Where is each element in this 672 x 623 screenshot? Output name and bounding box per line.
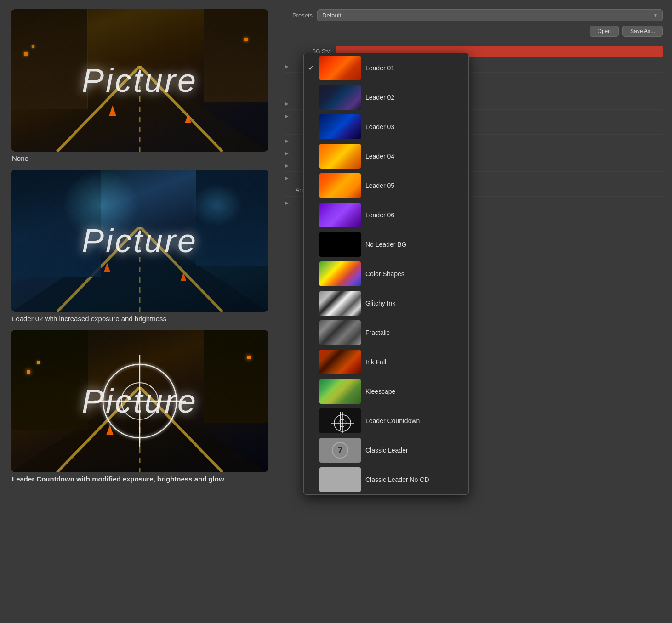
disclosure-arrow-texture[interactable]: ▶ <box>285 138 289 143</box>
btn-row: Open Save As... <box>285 26 663 37</box>
dropdown-item-kleescape[interactable]: Kleescape <box>304 377 468 406</box>
item-label-no-leader: No Leader BG <box>365 241 465 248</box>
thumb-leader02 <box>319 85 361 110</box>
preview-image-countdown: Picture <box>11 330 268 472</box>
dropdown-item-leader02[interactable]: Leader 02 <box>304 83 468 112</box>
item-label-classic-no-cd: Classic Leader No CD <box>365 476 465 483</box>
thumb-leader05 <box>319 173 361 198</box>
presets-label: Presets <box>285 12 313 19</box>
disclosure-arrow-motionblur[interactable]: ▶ <box>285 163 289 168</box>
bg-style-dropdown[interactable]: ✓ Leader 01 Leader 02 Leader 03 Leader 0… <box>303 53 469 495</box>
disclosure-arrow-shadow[interactable]: ▶ <box>285 113 289 119</box>
disclosure-arrow-textbasi[interactable]: ▶ <box>285 101 289 106</box>
item-label-classic-leader: Classic Leader <box>365 447 465 454</box>
item-label-leader03: Leader 03 <box>365 123 465 130</box>
preview-label-none: None <box>11 154 265 162</box>
dropdown-item-color-shapes[interactable]: Color Shapes <box>304 259 468 289</box>
dropdown-item-leader04[interactable]: Leader 04 <box>304 142 468 171</box>
dropdown-item-leader03[interactable]: Leader 03 <box>304 112 468 142</box>
presets-dropdown[interactable]: Default ▼ <box>317 9 663 21</box>
preview-label-countdown: Leader Countdown with modified exposure,… <box>11 475 265 483</box>
thumb-ink-fall <box>319 350 361 374</box>
item-label-color-shapes: Color Shapes <box>365 270 465 278</box>
dropdown-item-leader05[interactable]: Leader 05 <box>304 171 468 200</box>
disclosure-arrow-background[interactable]: ▶ <box>285 64 289 69</box>
disclosure-arrow-animation[interactable]: ▶ <box>285 200 289 205</box>
open-button[interactable]: Open <box>590 26 619 37</box>
right-panel: Presets Default ▼ Open Save As... BG Sty… <box>276 0 672 623</box>
preview-image-leader02: Picture <box>11 170 268 312</box>
thumb-fractalic <box>319 320 361 345</box>
item-label-glitchy-ink: Glitchy Ink <box>365 300 465 307</box>
disclosure-arrow-channelshift[interactable]: ▶ <box>285 176 289 181</box>
preview-label-leader02: Leader 02 with increased exposure and br… <box>11 315 265 323</box>
dropdown-item-classic-leader[interactable]: 7 Classic Leader <box>304 436 468 465</box>
picture-text-2: Picture <box>82 222 198 260</box>
presets-row: Presets Default ▼ <box>285 9 663 21</box>
left-panel: Picture None Picture <box>0 0 276 623</box>
item-label-leader05: Leader 05 <box>365 182 465 189</box>
preview-image-none: Picture <box>11 9 268 152</box>
item-label-fractalic: Fractalic <box>365 329 465 336</box>
disclosure-arrow-glow[interactable]: ▶ <box>285 151 289 156</box>
picture-text-1: Picture <box>82 62 198 99</box>
item-label-kleescape: Kleescape <box>365 388 465 395</box>
item-label-ink-fall: Ink Fall <box>365 358 465 366</box>
thumb-leader-countdown <box>319 408 361 433</box>
item-label-leader02: Leader 02 <box>365 94 465 101</box>
selected-checkmark: ✓ <box>308 64 315 72</box>
preview-leader02: Picture Leader 02 with increased exposur… <box>11 170 265 323</box>
dropdown-item-leader-countdown[interactable]: Leader Countdown <box>304 406 468 436</box>
dropdown-item-leader01[interactable]: ✓ Leader 01 <box>304 53 468 83</box>
item-label-leader-countdown: Leader Countdown <box>365 417 465 425</box>
dropdown-item-leader06[interactable]: Leader 06 <box>304 200 468 230</box>
thumb-kleescape <box>319 379 361 404</box>
number-7-icon: 7 <box>332 442 348 459</box>
thumb-leader04 <box>319 144 361 169</box>
thumb-glitchy-ink <box>319 291 361 316</box>
dropdown-item-glitchy-ink[interactable]: Glitchy Ink <box>304 289 468 318</box>
thumb-leader01 <box>319 56 361 80</box>
presets-value: Default <box>322 12 341 19</box>
picture-text-3: Picture <box>82 382 198 420</box>
thumb-no-leader <box>319 232 361 257</box>
thumb-classic-leader: 7 <box>319 438 361 463</box>
dropdown-item-no-leader[interactable]: No Leader BG <box>304 230 468 259</box>
preview-none: Picture None <box>11 9 265 162</box>
thumb-leader06 <box>319 203 361 227</box>
dropdown-item-ink-fall[interactable]: Ink Fall <box>304 347 468 377</box>
item-label-leader01: Leader 01 <box>365 64 465 72</box>
dropdown-item-fractalic[interactable]: Fractalic <box>304 318 468 347</box>
thumb-color-shapes <box>319 261 361 286</box>
preview-countdown: Picture Leader Countdown with modified e… <box>11 330 265 483</box>
dropdown-item-classic-no-cd[interactable]: Classic Leader No CD <box>304 465 468 494</box>
thumb-leader03 <box>319 114 361 139</box>
thumb-classic-no-cd <box>319 467 361 492</box>
chevron-down-icon: ▼ <box>653 13 658 18</box>
save-as-button[interactable]: Save As... <box>622 26 663 37</box>
item-label-leader04: Leader 04 <box>365 153 465 160</box>
item-label-leader06: Leader 06 <box>365 211 465 219</box>
